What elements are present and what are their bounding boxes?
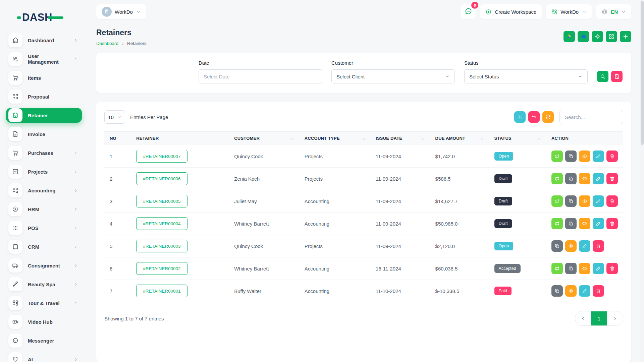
chevron-right-icon [73,263,78,268]
sidebar-icon-box [8,240,22,254]
sidebar-item-projects[interactable]: Projects [6,164,82,179]
breadcrumb-dashboard-link[interactable]: Dashboard [96,41,118,46]
pagination-prev-button[interactable] [575,311,591,325]
search-button[interactable] [597,71,608,82]
duplicate-button[interactable] [565,218,577,229]
view-button[interactable] [565,240,577,252]
view-button[interactable] [579,218,590,229]
undo-button[interactable] [528,111,540,123]
convert-button[interactable] [551,150,563,162]
sidebar-nav: DashboardUser ManagementItemsProposalRet… [6,33,82,362]
brand-logo[interactable]: DASH [6,5,82,29]
sidebar-item-crm[interactable]: CRM [6,239,82,254]
pencil-icon [582,243,587,249]
sidebar-item-items[interactable]: Items [6,70,82,85]
edit-button[interactable] [593,150,604,162]
retainer-number-link[interactable]: #RETAINER00004 [136,217,187,230]
duplicate-button[interactable] [565,263,577,274]
pagination-page-1[interactable]: 1 [591,311,607,325]
view-button[interactable] [579,150,590,162]
delete-button[interactable] [606,218,618,229]
date-input[interactable] [199,69,322,83]
messages-button[interactable]: 0 [461,4,476,19]
sort-icon: ↑↓ [291,136,294,140]
view-button[interactable] [565,285,577,297]
gear-button[interactable] [592,31,603,42]
refresh-button[interactable] [542,111,554,123]
create-workspace-button[interactable]: Create Workspace [480,4,542,19]
download-button[interactable] [514,111,526,123]
duplicate-button[interactable] [565,150,577,162]
search-input[interactable] [559,110,623,124]
sidebar-item-consignment[interactable]: Consignment [6,258,82,273]
sidebar-item-beauty-spa[interactable]: Beauty Spa [6,277,82,292]
column-header-customer[interactable]: CUSTOMER↑↓ [229,132,299,145]
scrollbar-thumb[interactable] [641,1,644,145]
sidebar-item-tour-travel[interactable]: Tour & Travel [6,296,82,310]
delete-button[interactable] [606,173,618,184]
edit-button[interactable] [593,195,604,207]
sidebar-icon-box [8,334,22,348]
edit-button[interactable] [593,173,604,184]
retainer-number-link[interactable]: #RETAINER00005 [136,195,187,207]
delete-button[interactable] [593,240,604,252]
workspace-selector[interactable]: WorkDo [96,4,146,19]
sidebar-item-user-management[interactable]: User Management [6,52,82,66]
convert-button[interactable] [551,218,563,229]
onedrive-button[interactable] [578,31,589,42]
edit-button[interactable] [593,263,604,274]
column-header-issue-date[interactable]: ISSUE DATE↑↓ [370,132,430,145]
convert-button[interactable] [551,173,563,184]
google-drive-button[interactable] [564,31,575,42]
view-button[interactable] [579,195,590,207]
view-button[interactable] [579,173,590,184]
plus-button[interactable] [620,31,631,42]
sidebar-item-retainer[interactable]: Retainer [6,108,82,123]
sidebar-item-ai[interactable]: AI [6,352,82,362]
view-button[interactable] [579,263,590,274]
delete-button[interactable] [606,263,618,274]
edit-button[interactable] [593,218,604,229]
sidebar-item-hrm[interactable]: HRM [6,202,82,217]
chevron-right-icon [73,245,78,249]
sidebar-icon-box [8,352,22,362]
duplicate-button[interactable] [551,240,563,252]
duplicate-button[interactable] [565,173,577,184]
convert-button[interactable] [551,195,563,207]
sidebar-item-pos[interactable]: POS [6,221,82,235]
convert-button[interactable] [551,263,563,274]
sidebar-item-messenger[interactable]: Messenger [6,333,82,348]
status-select[interactable]: Select Status [464,69,588,83]
sidebar-item-proposal[interactable]: Proposal [6,89,82,104]
edit-button[interactable] [579,240,590,252]
retainer-number-link[interactable]: #RETAINER00002 [136,262,187,275]
sidebar-item-dashboard[interactable]: Dashboard [6,33,82,48]
retainer-number-link[interactable]: #RETAINER00006 [136,172,187,185]
grid-icon [608,34,614,40]
retainer-number-link[interactable]: #RETAINER00003 [136,240,187,252]
edit-button[interactable] [579,285,590,297]
sidebar-item-video-hub[interactable]: Video Hub [6,314,82,329]
duplicate-button[interactable] [565,195,577,207]
column-header-status[interactable]: STATUS↑↓ [489,132,546,145]
workdo-menu-button[interactable]: WorkDo [546,4,592,19]
sidebar-item-accounting[interactable]: Accounting [6,183,82,198]
clear-filter-button[interactable] [611,71,623,82]
delete-button[interactable] [606,150,618,162]
cell-status: Paid [489,280,546,302]
delete-button[interactable] [593,285,604,297]
language-selector[interactable]: EN [596,4,631,19]
customer-select[interactable]: Select Client [331,69,455,83]
delete-button[interactable] [606,195,618,207]
entries-count-select[interactable]: 10 [104,110,125,124]
sidebar-item-purchases[interactable]: Purchases [6,145,82,160]
sidebar-item-invoice[interactable]: Invoice [6,127,82,141]
duplicate-button[interactable] [551,285,563,297]
column-header-due-amount[interactable]: DUE AMOUNT↑↓ [430,132,489,145]
retainer-number-link[interactable]: #RETAINER00007 [136,150,187,163]
pagination-next-button[interactable] [607,311,623,325]
retainer-number-link[interactable]: #RETAINER00001 [136,285,187,297]
column-header-account-type[interactable]: ACCOUNT TYPE↑↓ [299,132,370,145]
status-badge: Draft [494,219,512,228]
grid-button[interactable] [606,31,617,42]
